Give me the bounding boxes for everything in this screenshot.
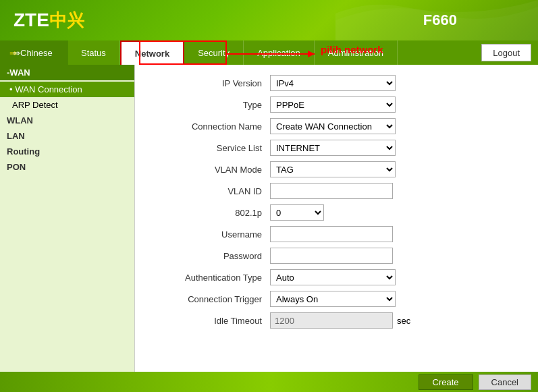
control-connection-name: Create WAN Connection <box>270 118 396 134</box>
sidebar-cat-routing[interactable]: Routing <box>0 144 134 159</box>
select-connection-name[interactable]: Create WAN Connection <box>270 118 396 134</box>
footer: Create Cancel <box>0 372 538 392</box>
logo: ZTE中兴 <box>14 9 84 32</box>
field-auth-type: Authentication Type Auto PAP CHAP <box>155 269 518 285</box>
nav-application[interactable]: Application <box>244 40 315 65</box>
nav-security[interactable]: Security <box>184 40 244 65</box>
select-service-list[interactable]: INTERNET TR069 VOIP <box>270 140 396 156</box>
select-type[interactable]: PPPoE IPoE Bridge <box>270 96 396 113</box>
control-service-list: INTERNET TR069 VOIP <box>270 140 396 156</box>
control-password <box>270 248 393 264</box>
lang-label: ⇒Chinese <box>13 48 53 58</box>
label-ip-version: IP Version <box>155 78 270 88</box>
control-8021p: 0 1 2 3 4 5 6 7 <box>270 204 324 221</box>
sidebar-item-arp-detect[interactable]: ARP Detect <box>0 97 134 113</box>
form-area: IP Version IPv4 IPv6 Type PPPoE IPoE Bri… <box>135 65 538 372</box>
sidebar-section-wan: -WAN <box>0 65 134 80</box>
field-conn-trigger: Connection Trigger Always On Manual On D… <box>155 291 518 307</box>
label-username: Username <box>155 229 270 240</box>
field-service-list: Service List INTERNET TR069 VOIP <box>155 140 518 156</box>
field-type: Type PPPoE IPoE Bridge <box>155 96 518 113</box>
field-vlan-id: VLAN ID <box>155 183 518 199</box>
cancel-button[interactable]: Cancel <box>479 374 531 390</box>
sidebar-cat-pon[interactable]: PON <box>0 159 134 175</box>
label-vlan-mode: VLAN Mode <box>155 165 270 175</box>
header: ZTE中兴 F660 <box>0 0 538 40</box>
control-idle-timeout: sec <box>270 312 410 329</box>
sidebar-item-wan-connection[interactable]: WAN Connection <box>0 82 134 97</box>
label-service-list: Service List <box>155 143 270 153</box>
control-auth-type: Auto PAP CHAP <box>270 269 396 285</box>
sidebar-cat-wlan[interactable]: WLAN <box>0 113 134 128</box>
input-password[interactable] <box>270 248 393 264</box>
label-password: Password <box>155 251 270 261</box>
nav-lang[interactable]: ⇒ ⇒Chinese <box>0 40 68 65</box>
select-ip-version[interactable]: IPv4 IPv6 <box>270 75 396 91</box>
field-idle-timeout: Idle Timeout sec <box>155 312 518 329</box>
nav-status[interactable]: Status <box>68 40 120 65</box>
navbar: ⇒ ⇒Chinese Status Network Security Appli… <box>0 40 538 65</box>
control-username <box>270 226 393 242</box>
control-type: PPPoE IPoE Bridge <box>270 96 396 113</box>
field-password: Password <box>155 248 518 264</box>
logo-text: ZTE中兴 <box>14 9 84 32</box>
label-auth-type: Authentication Type <box>155 273 270 283</box>
label-idle-timeout: Idle Timeout <box>155 316 270 326</box>
create-button[interactable]: Create <box>419 374 473 390</box>
select-auth-type[interactable]: Auto PAP CHAP <box>270 269 396 285</box>
label-vlan-id: VLAN ID <box>155 186 270 196</box>
field-8021p: 802.1p 0 1 2 3 4 5 6 7 <box>155 204 518 221</box>
field-ip-version: IP Version IPv4 IPv6 <box>155 75 518 91</box>
field-username: Username <box>155 226 518 242</box>
select-conn-trigger[interactable]: Always On Manual On Demand <box>270 291 396 307</box>
input-username[interactable] <box>270 226 393 242</box>
nav-network[interactable]: Network <box>120 40 184 65</box>
idle-timeout-unit: sec <box>397 316 410 326</box>
label-8021p: 802.1p <box>155 208 270 218</box>
control-vlan-mode: TAG TRANSPARENT <box>270 161 396 177</box>
input-idle-timeout[interactable] <box>270 312 393 329</box>
label-conn-trigger: Connection Trigger <box>155 294 270 304</box>
main-content: -WAN WAN Connection ARP Detect WLAN LAN … <box>0 65 538 372</box>
field-connection-name: Connection Name Create WAN Connection <box>155 118 518 134</box>
label-connection-name: Connection Name <box>155 121 270 132</box>
control-vlan-id <box>270 183 393 199</box>
select-8021p[interactable]: 0 1 2 3 4 5 6 7 <box>270 204 324 221</box>
sidebar: -WAN WAN Connection ARP Detect WLAN LAN … <box>0 65 135 372</box>
control-conn-trigger: Always On Manual On Demand <box>270 291 396 307</box>
sidebar-cat-lan[interactable]: LAN <box>0 128 134 144</box>
select-vlan-mode[interactable]: TAG TRANSPARENT <box>270 161 396 177</box>
input-vlan-id[interactable] <box>270 183 393 199</box>
control-ip-version: IPv4 IPv6 <box>270 75 396 91</box>
nav-administration[interactable]: Administration <box>315 40 398 65</box>
label-type: Type <box>155 100 270 110</box>
logout-button[interactable]: Logout <box>481 44 531 61</box>
field-vlan-mode: VLAN Mode TAG TRANSPARENT <box>155 161 518 177</box>
device-name: F660 <box>423 11 457 29</box>
